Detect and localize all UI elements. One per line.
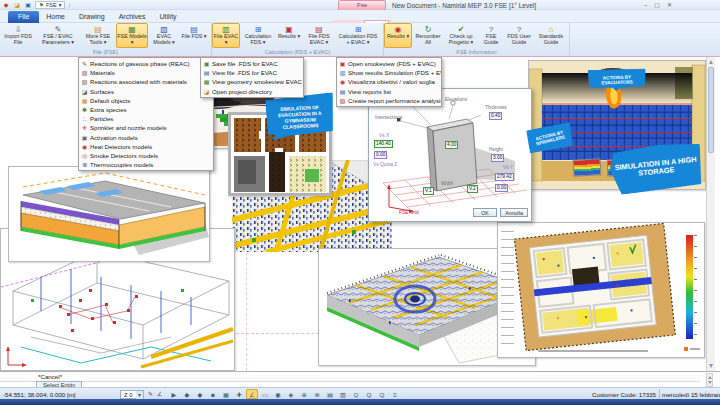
ribbon-button-fse-models[interactable]: ▦FSE Models ▾ [116, 23, 148, 48]
tab-utility[interactable]: Utility [153, 11, 184, 23]
ribbon-button-more-fse-tools[interactable]: ▤More FSE Tools ▾ [80, 23, 116, 48]
ribbon-button-import-fds-file[interactable]: ⇩Import FDS File [0, 23, 36, 48]
grid-toggle-icon[interactable]: ▦ [220, 389, 232, 399]
menu-item-label: Heat Detectors models [90, 143, 152, 150]
ribbon-group-fse-information: ◉Results ▾ ↻Renumber All ✔Check up Proge… [384, 23, 570, 56]
menu-item[interactable]: ▧Create report performance analysis [337, 96, 441, 105]
ribbon-button-label: Import FDS File [1, 34, 35, 46]
tab-drawing[interactable]: Drawing [72, 11, 112, 23]
ribbon-button-label: FSE Models ▾ [117, 34, 147, 46]
ribbon-button-calculation-fds[interactable]: ⊞Calculation FDS ▾ [240, 23, 276, 48]
maximize-button[interactable]: ▢ [654, 1, 660, 9]
menu-item[interactable]: ▧Reactions associated with materials [79, 77, 213, 86]
ribbon-button-standards-guide[interactable]: ⌂Standards Guide [534, 23, 568, 48]
ribbon-button-evac-models[interactable]: ▧EVAC Models ▾ [148, 23, 180, 48]
scroll-up-icon[interactable] [708, 376, 712, 379]
project-directory-icon: ◪ [201, 88, 212, 95]
minimize-button[interactable]: – [644, 1, 647, 9]
vs-x-label: Vs X [379, 133, 389, 138]
menu-item[interactable]: ≣Thermocouples models [79, 160, 213, 169]
title-bar: ◆ ◪ ▣ ⚑ FSE ▾ | Fse New Document - Namir… [0, 0, 720, 10]
menu-item[interactable]: ▣Open smokeview (FDS + EVAC) [337, 59, 441, 68]
cancel-button[interactable]: Annulla [500, 208, 528, 217]
ribbon-button-file-evac[interactable]: ▥File EVAC ▾ [212, 23, 240, 48]
menu-item[interactable]: ▤View reports list [337, 87, 441, 96]
menu-item[interactable]: ▤View file .FDS for EVAC [201, 68, 303, 77]
menu-item[interactable]: ▦View geometry smokeview EVAC [201, 77, 303, 86]
ribbon-group-label: FSE Information [384, 48, 569, 56]
menu-item[interactable]: ◪Surfaces [79, 87, 213, 96]
menu-item-label: Show results Simulation (FDS + EVAC) [348, 69, 441, 76]
save-icon[interactable]: ▣ [24, 1, 32, 9]
ribbon-button-check-up-progetto[interactable]: ✔Check up Progetto ▾ [444, 23, 478, 48]
ribbon-button-results-fds-evac[interactable]: ◉Results ▾ [384, 23, 412, 48]
menu-item-label: Activation models [90, 134, 138, 141]
ribbon-button-file-fds[interactable]: ▤File FDS ▾ [180, 23, 208, 48]
solid-view-icon[interactable]: ■ [207, 389, 219, 399]
pen-icon[interactable]: ✎ [148, 390, 153, 397]
heatmap-strip [573, 158, 602, 176]
tab-home[interactable]: Home [39, 11, 72, 23]
open-file-icon[interactable]: ◪ [13, 1, 21, 9]
ribbon-button-renumber-all[interactable]: ↻Renumber All [412, 23, 444, 48]
menu-item[interactable]: ◎Smoke Detectors models [79, 151, 213, 160]
divider: | [68, 1, 70, 9]
app-icon: ◆ [2, 1, 10, 9]
zoom-out-icon[interactable]: Q [363, 389, 375, 399]
fse-mode-dropdown[interactable]: ⚑ FSE ▾ [35, 1, 65, 9]
ribbon-button-calculation-fds-evac[interactable]: ⊞Calculation FDS + EVAC ▾ [336, 23, 380, 48]
ribbon-button-fds-user-guide[interactable]: ?FDS User Guide [504, 23, 534, 48]
results-plan-graphic [510, 219, 680, 357]
z-level-dropdown[interactable]: Z 0▾ [120, 390, 144, 399]
legend-marker [684, 347, 688, 351]
menu-item[interactable]: ◪Open project directory [201, 87, 303, 96]
polar-icon[interactable]: ◈ [285, 389, 297, 399]
close-button[interactable]: ✕ [667, 1, 672, 9]
ribbon-button-label: Calculation FDS ▾ [241, 34, 275, 46]
layers-icon[interactable]: ▤ [324, 389, 336, 399]
menu-item[interactable]: ▣Save file .FDS for EVAC [201, 59, 303, 68]
scroll-down-icon[interactable] [709, 364, 713, 368]
menu-item-label: Thermocouples models [90, 161, 153, 168]
tab-archives[interactable]: Archives [112, 11, 153, 23]
menu-item[interactable]: ◉Visualizza obiettivi / valori soglia [337, 77, 441, 86]
osnap-icon[interactable]: ◉ [272, 389, 284, 399]
ucs-world-icon[interactable]: ◆ [194, 389, 206, 399]
ucs-icon[interactable]: ◆ [181, 389, 193, 399]
menu-item[interactable]: ▦Default objects [79, 96, 213, 105]
menu-item[interactable]: ✎Reactions of gaseous phase (REAC) [79, 59, 213, 68]
menu-item[interactable]: ∴Particles [79, 114, 213, 123]
menu-item[interactable]: ◉Heat Detectors models [79, 142, 213, 151]
zoom-extents-icon[interactable]: Q [376, 389, 388, 399]
select-mode-icon[interactable]: ▶ [168, 389, 180, 399]
command-scrollbar[interactable] [706, 373, 713, 387]
menu-item[interactable]: ▨Materials [79, 68, 213, 77]
tab-file[interactable]: File [8, 11, 39, 23]
snap-angle-icon[interactable]: ∠ [246, 389, 258, 399]
canvas-vertical-scrollbar[interactable] [706, 57, 715, 371]
ribbon-button-results-fds[interactable]: ▣Results ▾ [276, 23, 302, 48]
menu-item[interactable]: ▥Show results Simulation (FDS + EVAC) [337, 68, 441, 77]
menu-item[interactable]: ✛Sprinkler and nozzle models [79, 123, 213, 132]
scrollbar-thumb[interactable] [708, 67, 714, 153]
ribbon-button-file-fds-evac[interactable]: ▤File FDS EVAC ▾ [302, 23, 336, 48]
angle-icon[interactable]: ∠ [157, 390, 162, 397]
crosshair-icon[interactable]: ✚ [233, 389, 245, 399]
menu-item[interactable]: ✱Extra species [79, 105, 213, 114]
divider [0, 381, 700, 382]
scroll-up-icon[interactable] [709, 60, 713, 64]
views-icon[interactable]: ▥ [337, 389, 349, 399]
track-icon[interactable]: ⊗ [311, 389, 323, 399]
ribbon-button-fse-evac-parameters[interactable]: ✎FSE / EVAC Parameters ▾ [36, 23, 80, 48]
print-icon[interactable]: ≡ [389, 389, 401, 399]
chevron-down-icon: ▾ [136, 391, 143, 399]
scroll-down-icon[interactable] [708, 381, 712, 384]
command-line-panel[interactable]: *Cancel* Select Entity [0, 371, 720, 387]
ortho-icon[interactable]: ▭ [259, 389, 271, 399]
application-window: ◆ ◪ ▣ ⚑ FSE ▾ | Fse New Document - Namir… [0, 0, 720, 405]
object-snap-icon[interactable]: ⊕ [298, 389, 310, 399]
zoom-in-icon[interactable]: Q [350, 389, 362, 399]
menu-item[interactable]: ▣Activation models [79, 133, 213, 142]
ribbon-button-fse-guide[interactable]: ?FSE Guide [478, 23, 504, 48]
ok-button[interactable]: OK [473, 208, 497, 217]
